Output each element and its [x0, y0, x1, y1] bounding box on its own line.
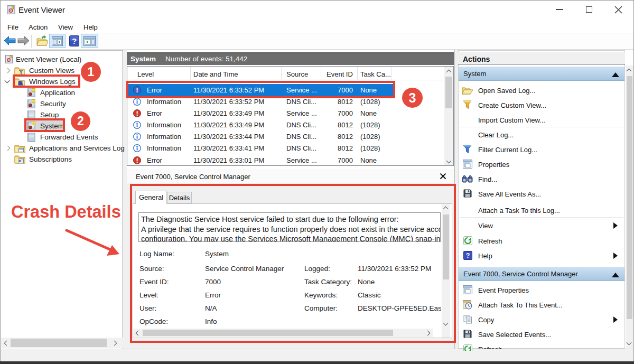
svg-text:?: ?	[466, 252, 470, 259]
svg-text:?: ?	[72, 36, 77, 45]
